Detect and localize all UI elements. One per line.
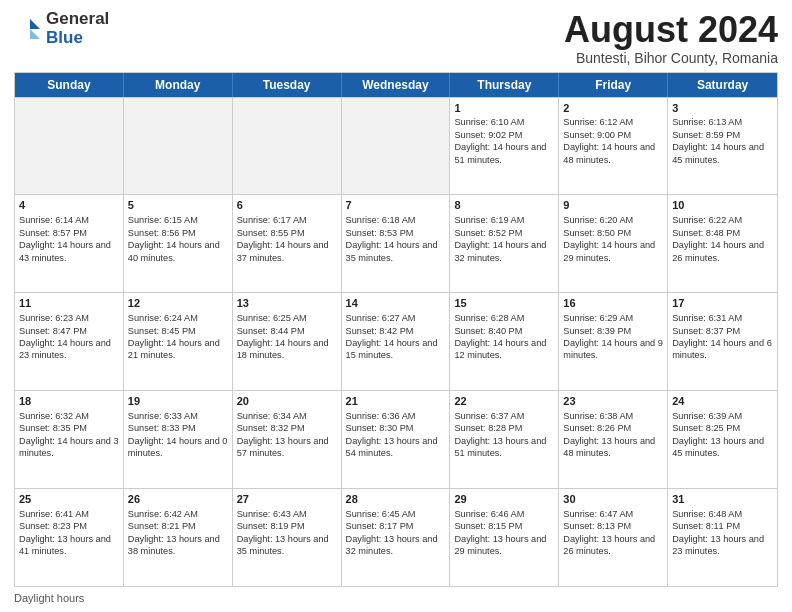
calendar-cell: 1Sunrise: 6:10 AM Sunset: 9:02 PM Daylig… — [450, 98, 559, 195]
day-info: Sunrise: 6:41 AM Sunset: 8:23 PM Dayligh… — [19, 509, 111, 556]
calendar-cell: 30Sunrise: 6:47 AM Sunset: 8:13 PM Dayli… — [559, 489, 668, 586]
calendar: SundayMondayTuesdayWednesdayThursdayFrid… — [14, 72, 778, 587]
day-number: 12 — [128, 296, 228, 311]
day-info: Sunrise: 6:14 AM Sunset: 8:57 PM Dayligh… — [19, 215, 111, 262]
calendar-header: SundayMondayTuesdayWednesdayThursdayFrid… — [15, 73, 777, 97]
day-number: 29 — [454, 492, 554, 507]
calendar-cell: 14Sunrise: 6:27 AM Sunset: 8:42 PM Dayli… — [342, 293, 451, 390]
calendar-cell: 22Sunrise: 6:37 AM Sunset: 8:28 PM Dayli… — [450, 391, 559, 488]
day-number: 1 — [454, 101, 554, 116]
calendar-cell: 5Sunrise: 6:15 AM Sunset: 8:56 PM Daylig… — [124, 195, 233, 292]
day-number: 20 — [237, 394, 337, 409]
day-number: 3 — [672, 101, 773, 116]
calendar-cell: 29Sunrise: 6:46 AM Sunset: 8:15 PM Dayli… — [450, 489, 559, 586]
calendar-cell: 16Sunrise: 6:29 AM Sunset: 8:39 PM Dayli… — [559, 293, 668, 390]
day-info: Sunrise: 6:18 AM Sunset: 8:53 PM Dayligh… — [346, 215, 438, 262]
day-number: 31 — [672, 492, 773, 507]
calendar-body: 1Sunrise: 6:10 AM Sunset: 9:02 PM Daylig… — [15, 97, 777, 586]
day-info: Sunrise: 6:45 AM Sunset: 8:17 PM Dayligh… — [346, 509, 438, 556]
calendar-cell: 21Sunrise: 6:36 AM Sunset: 8:30 PM Dayli… — [342, 391, 451, 488]
day-info: Sunrise: 6:43 AM Sunset: 8:19 PM Dayligh… — [237, 509, 329, 556]
calendar-cell: 6Sunrise: 6:17 AM Sunset: 8:55 PM Daylig… — [233, 195, 342, 292]
calendar-cell: 18Sunrise: 6:32 AM Sunset: 8:35 PM Dayli… — [15, 391, 124, 488]
logo: General Blue — [14, 10, 109, 47]
day-number: 10 — [672, 198, 773, 213]
calendar-row: 1Sunrise: 6:10 AM Sunset: 9:02 PM Daylig… — [15, 97, 777, 195]
day-number: 15 — [454, 296, 554, 311]
calendar-cell: 26Sunrise: 6:42 AM Sunset: 8:21 PM Dayli… — [124, 489, 233, 586]
day-info: Sunrise: 6:48 AM Sunset: 8:11 PM Dayligh… — [672, 509, 764, 556]
calendar-cell — [233, 98, 342, 195]
day-number: 22 — [454, 394, 554, 409]
calendar-header-cell: Wednesday — [342, 73, 451, 97]
day-number: 8 — [454, 198, 554, 213]
calendar-cell: 31Sunrise: 6:48 AM Sunset: 8:11 PM Dayli… — [668, 489, 777, 586]
calendar-cell: 27Sunrise: 6:43 AM Sunset: 8:19 PM Dayli… — [233, 489, 342, 586]
day-number: 6 — [237, 198, 337, 213]
calendar-header-cell: Tuesday — [233, 73, 342, 97]
calendar-cell: 3Sunrise: 6:13 AM Sunset: 8:59 PM Daylig… — [668, 98, 777, 195]
day-number: 5 — [128, 198, 228, 213]
footer-text: Daylight hours — [14, 592, 84, 604]
day-number: 11 — [19, 296, 119, 311]
calendar-cell: 15Sunrise: 6:28 AM Sunset: 8:40 PM Dayli… — [450, 293, 559, 390]
calendar-cell — [124, 98, 233, 195]
calendar-header-cell: Sunday — [15, 73, 124, 97]
day-number: 28 — [346, 492, 446, 507]
day-info: Sunrise: 6:32 AM Sunset: 8:35 PM Dayligh… — [19, 411, 119, 458]
footer: Daylight hours — [14, 592, 778, 604]
calendar-cell — [15, 98, 124, 195]
calendar-cell: 4Sunrise: 6:14 AM Sunset: 8:57 PM Daylig… — [15, 195, 124, 292]
calendar-row: 18Sunrise: 6:32 AM Sunset: 8:35 PM Dayli… — [15, 390, 777, 488]
calendar-cell: 7Sunrise: 6:18 AM Sunset: 8:53 PM Daylig… — [342, 195, 451, 292]
day-info: Sunrise: 6:10 AM Sunset: 9:02 PM Dayligh… — [454, 117, 546, 164]
day-number: 13 — [237, 296, 337, 311]
calendar-cell: 2Sunrise: 6:12 AM Sunset: 9:00 PM Daylig… — [559, 98, 668, 195]
day-info: Sunrise: 6:42 AM Sunset: 8:21 PM Dayligh… — [128, 509, 220, 556]
calendar-row: 4Sunrise: 6:14 AM Sunset: 8:57 PM Daylig… — [15, 194, 777, 292]
day-number: 30 — [563, 492, 663, 507]
subtitle: Buntesti, Bihor County, Romania — [564, 50, 778, 66]
day-number: 2 — [563, 101, 663, 116]
day-info: Sunrise: 6:36 AM Sunset: 8:30 PM Dayligh… — [346, 411, 438, 458]
day-info: Sunrise: 6:39 AM Sunset: 8:25 PM Dayligh… — [672, 411, 764, 458]
day-number: 16 — [563, 296, 663, 311]
header: General Blue August 2024 Buntesti, Bihor… — [14, 10, 778, 66]
day-info: Sunrise: 6:34 AM Sunset: 8:32 PM Dayligh… — [237, 411, 329, 458]
logo-text: General Blue — [46, 10, 109, 47]
day-info: Sunrise: 6:33 AM Sunset: 8:33 PM Dayligh… — [128, 411, 228, 458]
day-info: Sunrise: 6:23 AM Sunset: 8:47 PM Dayligh… — [19, 313, 111, 360]
calendar-cell: 9Sunrise: 6:20 AM Sunset: 8:50 PM Daylig… — [559, 195, 668, 292]
calendar-cell: 8Sunrise: 6:19 AM Sunset: 8:52 PM Daylig… — [450, 195, 559, 292]
day-info: Sunrise: 6:38 AM Sunset: 8:26 PM Dayligh… — [563, 411, 655, 458]
day-info: Sunrise: 6:15 AM Sunset: 8:56 PM Dayligh… — [128, 215, 220, 262]
day-info: Sunrise: 6:17 AM Sunset: 8:55 PM Dayligh… — [237, 215, 329, 262]
day-number: 21 — [346, 394, 446, 409]
calendar-cell — [342, 98, 451, 195]
day-info: Sunrise: 6:27 AM Sunset: 8:42 PM Dayligh… — [346, 313, 438, 360]
calendar-cell: 19Sunrise: 6:33 AM Sunset: 8:33 PM Dayli… — [124, 391, 233, 488]
day-info: Sunrise: 6:29 AM Sunset: 8:39 PM Dayligh… — [563, 313, 663, 360]
calendar-cell: 28Sunrise: 6:45 AM Sunset: 8:17 PM Dayli… — [342, 489, 451, 586]
calendar-header-cell: Thursday — [450, 73, 559, 97]
day-number: 25 — [19, 492, 119, 507]
calendar-cell: 10Sunrise: 6:22 AM Sunset: 8:48 PM Dayli… — [668, 195, 777, 292]
day-info: Sunrise: 6:25 AM Sunset: 8:44 PM Dayligh… — [237, 313, 329, 360]
day-info: Sunrise: 6:22 AM Sunset: 8:48 PM Dayligh… — [672, 215, 764, 262]
calendar-cell: 24Sunrise: 6:39 AM Sunset: 8:25 PM Dayli… — [668, 391, 777, 488]
calendar-header-cell: Saturday — [668, 73, 777, 97]
title-block: August 2024 Buntesti, Bihor County, Roma… — [564, 10, 778, 66]
day-info: Sunrise: 6:12 AM Sunset: 9:00 PM Dayligh… — [563, 117, 655, 164]
svg-marker-0 — [30, 19, 40, 29]
month-title: August 2024 — [564, 10, 778, 50]
day-info: Sunrise: 6:37 AM Sunset: 8:28 PM Dayligh… — [454, 411, 546, 458]
logo-icon — [14, 15, 42, 43]
day-number: 23 — [563, 394, 663, 409]
day-number: 18 — [19, 394, 119, 409]
calendar-cell: 23Sunrise: 6:38 AM Sunset: 8:26 PM Dayli… — [559, 391, 668, 488]
day-info: Sunrise: 6:47 AM Sunset: 8:13 PM Dayligh… — [563, 509, 655, 556]
day-info: Sunrise: 6:28 AM Sunset: 8:40 PM Dayligh… — [454, 313, 546, 360]
day-number: 17 — [672, 296, 773, 311]
svg-marker-1 — [30, 29, 40, 39]
day-number: 14 — [346, 296, 446, 311]
